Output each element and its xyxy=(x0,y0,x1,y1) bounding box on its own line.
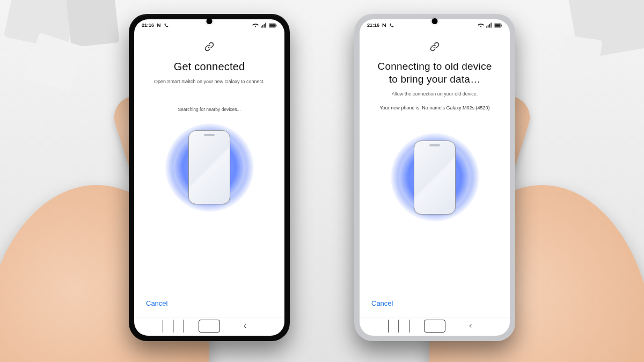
android-navbar xyxy=(134,317,284,336)
connecting-animation xyxy=(384,127,486,228)
status-time: 21:16 xyxy=(142,23,154,28)
device-info: Your new phone is: No name's Galaxy M02s… xyxy=(380,105,490,110)
battery-icon xyxy=(269,23,277,28)
page-title: Connecting to old device to bring your d… xyxy=(372,60,497,86)
wifi-icon xyxy=(252,23,259,28)
page-title: Get connected xyxy=(174,60,245,73)
nav-back-button[interactable] xyxy=(460,320,481,333)
svg-rect-4 xyxy=(495,24,500,27)
wifi-icon xyxy=(478,23,484,28)
page-subtitle: Allow the connection on your old device. xyxy=(392,91,478,97)
nfc-icon xyxy=(156,23,162,28)
call-icon xyxy=(164,23,169,28)
svg-rect-2 xyxy=(276,24,276,26)
device-outline-icon xyxy=(414,141,456,215)
svg-rect-1 xyxy=(269,24,275,27)
searching-label: Searching for nearby devices... xyxy=(178,107,240,112)
front-camera xyxy=(207,18,213,24)
footer: Cancel xyxy=(134,289,284,317)
cancel-button[interactable]: Cancel xyxy=(369,296,395,311)
device-outline-icon xyxy=(188,130,230,204)
screen-left: 21:16 Get connected Open Smart Switch on… xyxy=(134,19,284,336)
android-navbar xyxy=(360,317,510,336)
phone-right: 21:16 Connecting to old device to bring … xyxy=(354,14,515,341)
call-icon xyxy=(389,23,394,28)
page-subtitle: Open Smart Switch on your new Galaxy to … xyxy=(154,79,265,84)
battery-icon xyxy=(494,23,502,28)
nav-home-button[interactable] xyxy=(424,320,445,333)
nav-home-button[interactable] xyxy=(199,320,220,333)
nav-recents-button[interactable] xyxy=(388,320,409,333)
link-icon xyxy=(204,42,214,54)
link-icon xyxy=(430,42,440,54)
nav-back-button[interactable] xyxy=(235,320,256,333)
signal-icon xyxy=(486,23,492,28)
phone-left: 21:16 Get connected Open Smart Switch on… xyxy=(129,14,290,341)
signal-icon xyxy=(261,23,267,28)
nav-recents-button[interactable] xyxy=(163,320,184,333)
footer: Cancel xyxy=(360,289,510,317)
status-time: 21:16 xyxy=(367,23,379,28)
svg-rect-5 xyxy=(501,24,502,26)
screen-right: 21:16 Connecting to old device to bring … xyxy=(360,19,510,336)
searching-animation xyxy=(158,116,260,218)
nfc-icon xyxy=(382,23,387,28)
front-camera xyxy=(432,18,438,24)
cancel-button[interactable]: Cancel xyxy=(144,296,170,311)
